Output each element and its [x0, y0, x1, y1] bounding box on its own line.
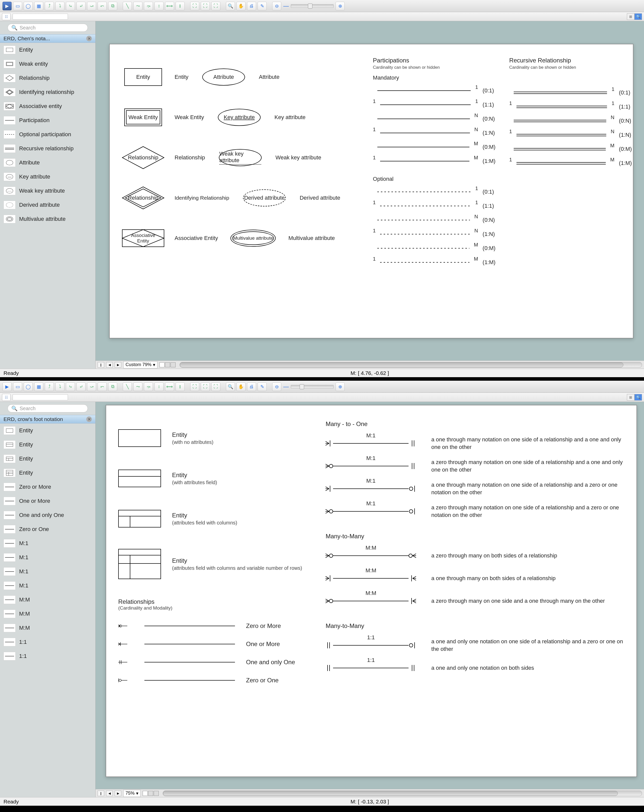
zoom-in-button[interactable]: ⊕ [336, 2, 345, 10]
canvas[interactable]: Entity Entity Attribute Attribute Weak E… [96, 21, 644, 369]
canvas-2[interactable]: Entity(with no attributes) Entity(with a… [96, 402, 644, 797]
stencil-item[interactable]: One or More [0, 494, 95, 508]
stencil-item[interactable]: M:M [0, 621, 95, 635]
page-thumbs[interactable] [160, 362, 176, 367]
grid-view-button[interactable]: ⊞ [627, 13, 635, 20]
line-tool-5[interactable]: ⟷ [165, 2, 174, 10]
search-toggle-button[interactable]: 🔍 [635, 13, 642, 20]
stencil-item[interactable]: M:1 [0, 536, 95, 550]
eyedropper-tool[interactable]: ✎ [257, 2, 266, 10]
stencil-item[interactable]: Entity [0, 43, 95, 57]
stencil-item[interactable]: Derived attribute [0, 198, 95, 212]
stencil-item[interactable]: Key attribute [0, 170, 95, 184]
stencil-item[interactable]: 1:1 [0, 649, 95, 663]
connector-tool-1[interactable]: ⤴ [45, 2, 54, 10]
stencil-item[interactable]: Associative entity [0, 99, 95, 113]
page-first-button[interactable]: ‖ [97, 362, 104, 368]
connector-tool-4[interactable]: ⤶ [76, 2, 85, 10]
search-input[interactable]: 🔍 Search [8, 404, 88, 412]
hand-tool[interactable]: ✋ [236, 2, 245, 10]
layer-tool[interactable]: ⧉ [108, 382, 117, 391]
zoom-slider[interactable] [291, 385, 333, 389]
stencil-item[interactable]: M:M [0, 607, 95, 621]
print-tool[interactable]: 🖨 [247, 2, 256, 10]
zoom-selector[interactable]: Custom 79%▾ [123, 361, 157, 368]
connector-tool-2[interactable]: ⤵ [55, 2, 64, 10]
page-first-button[interactable]: ‖ [97, 791, 104, 796]
stencil-item[interactable]: Entity [0, 438, 95, 452]
zoom-out-button[interactable]: ⊖ [272, 2, 281, 10]
page-thumbs[interactable] [143, 791, 159, 796]
stencil-item[interactable]: Entity [0, 466, 95, 480]
line-tool-3[interactable]: ⤼ [144, 382, 153, 391]
stencil-item[interactable]: Entity [0, 452, 95, 466]
zoom-tool[interactable]: 🔍 [226, 2, 235, 10]
eyedropper-tool[interactable]: ✎ [257, 382, 266, 391]
connector-tool-5[interactable]: ⤻ [87, 382, 96, 391]
stencil-item[interactable]: Entity [0, 423, 95, 438]
horizontal-scrollbar[interactable] [180, 362, 642, 368]
stencil-item[interactable]: Multivalue attribute [0, 212, 95, 226]
close-stencil-icon[interactable]: ✕ [86, 417, 92, 422]
stencil-item[interactable]: M:1 [0, 550, 95, 565]
rect-tool[interactable]: ▭ [13, 2, 22, 10]
zoom-selector[interactable]: 75%▾ [123, 790, 141, 797]
page-next-button[interactable]: ▶ [115, 791, 121, 796]
stencil-item[interactable]: Zero or More [0, 480, 95, 494]
table-tool[interactable]: ▦ [34, 2, 43, 10]
page-prev-button[interactable]: ◀ [106, 362, 113, 368]
line-tool-6[interactable]: ⫿ [176, 382, 185, 391]
zoom-tool[interactable]: 🔍 [226, 382, 235, 391]
page-prev-button[interactable]: ◀ [106, 791, 113, 796]
rect-tool[interactable]: ▭ [13, 382, 22, 391]
line-tool-5[interactable]: ⟷ [165, 382, 174, 391]
stencil-item[interactable]: M:M [0, 593, 95, 607]
sidebar-header[interactable]: ERD, Chen's nota... ✕ [0, 34, 95, 43]
horizontal-scrollbar[interactable] [163, 791, 642, 796]
tree-view-button[interactable]: ☷ [2, 394, 11, 401]
stencil-item[interactable]: Zero or One [0, 522, 95, 536]
pointer-tool[interactable]: ▶ [3, 2, 12, 10]
connector-tool-1[interactable]: ⤴ [45, 382, 54, 391]
connector-tool-3[interactable]: ⤷ [66, 382, 75, 391]
search-input[interactable]: 🔍 Search [8, 24, 88, 32]
line-tool-2[interactable]: ⤳ [133, 2, 142, 10]
search-toggle-button[interactable]: 🔍 [635, 394, 642, 401]
connector-tool-6[interactable]: ⤺ [97, 2, 107, 10]
line-tool-6[interactable]: ⫿ [176, 2, 185, 10]
grid-view-button[interactable]: ⊞ [627, 394, 635, 401]
zoom-in-button[interactable]: ⊕ [336, 382, 345, 391]
ellipse-tool[interactable]: ◯ [24, 382, 33, 391]
diagram-tool-2[interactable]: ⛶ [201, 2, 210, 10]
quick-input[interactable] [12, 14, 68, 20]
diagram-tool-3[interactable]: ⛶ [211, 2, 220, 10]
stencil-item[interactable]: M:1 [0, 578, 95, 593]
connector-tool-6[interactable]: ⤺ [97, 382, 107, 391]
line-tool-1[interactable]: ╲ [123, 2, 132, 10]
ellipse-tool[interactable]: ◯ [24, 2, 33, 10]
layer-tool[interactable]: ⧉ [108, 2, 117, 10]
hand-tool[interactable]: ✋ [236, 382, 245, 391]
line-tool-1[interactable]: ╲ [123, 382, 132, 391]
stencil-item[interactable]: Optional participation [0, 127, 95, 142]
stencil-item[interactable]: Weak key attribute [0, 184, 95, 198]
stencil-item[interactable]: Attribute [0, 156, 95, 170]
stencil-item[interactable]: Recursive relationship [0, 142, 95, 156]
close-stencil-icon[interactable]: ✕ [86, 36, 92, 41]
diagram-tool-2[interactable]: ⛶ [201, 382, 210, 391]
diagram-tool-1[interactable]: ⛶ [190, 382, 199, 391]
stencil-item[interactable]: Participation [0, 113, 95, 127]
page-next-button[interactable]: ▶ [115, 362, 121, 368]
stencil-item[interactable]: One and only One [0, 508, 95, 522]
line-tool-2[interactable]: ⤳ [133, 382, 142, 391]
quick-input[interactable] [12, 394, 68, 400]
zoom-slider[interactable] [291, 4, 333, 8]
print-tool[interactable]: 🖨 [247, 382, 256, 391]
stencil-item[interactable]: Relationship [0, 71, 95, 85]
line-tool-3[interactable]: ⤼ [144, 2, 153, 10]
tree-view-button[interactable]: ☷ [2, 13, 11, 20]
line-tool-4[interactable]: ↕ [154, 382, 163, 391]
stencil-item[interactable]: Weak entity [0, 57, 95, 71]
table-tool[interactable]: ▦ [34, 382, 43, 391]
zoom-out-button[interactable]: ⊖ [272, 382, 281, 391]
